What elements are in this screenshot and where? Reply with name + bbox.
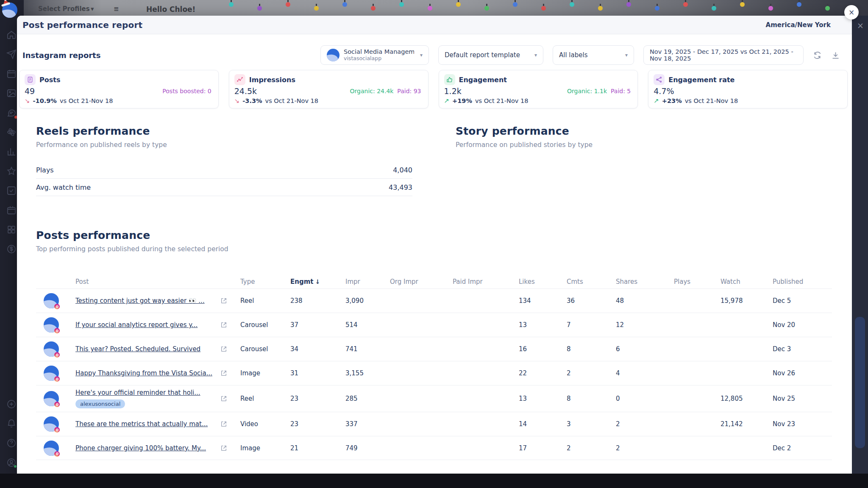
metric-label: Plays xyxy=(36,166,54,174)
light-bulb xyxy=(825,6,830,11)
light-bulb xyxy=(428,6,432,11)
light-bulb xyxy=(598,6,603,11)
cell-likes: 13 xyxy=(519,395,567,402)
stat-card-impressions: Impressions 24.5k Organic: 24.4k Paid: 9… xyxy=(229,70,428,108)
sidebar-item-billing[interactable] xyxy=(6,244,17,254)
table-row: Phone charger giving 100% battery. My...… xyxy=(36,436,832,460)
stat-card-engagement-rate: Engagement rate 4.7% ↗ +23% vs Oct 21-No… xyxy=(648,70,848,108)
sidebar-item-connect[interactable] xyxy=(6,127,17,137)
stat-delta-suffix: vs Oct 21-Nov 18 xyxy=(475,97,528,104)
sidebar-item-brand[interactable] xyxy=(6,205,17,215)
col-engmt-sort[interactable]: Engmt↓ xyxy=(290,278,345,286)
scrollbar-thumb[interactable] xyxy=(855,317,865,448)
sidebar-item-inbox[interactable] xyxy=(6,108,17,118)
cell-cmts: 2 xyxy=(567,444,616,452)
modal-close-button[interactable]: × xyxy=(844,5,859,19)
bell-icon xyxy=(6,419,17,429)
cell-published: Nov 20 xyxy=(773,321,832,329)
template-value: Default report template xyxy=(445,51,520,59)
sidebar-item-notifications[interactable] xyxy=(6,419,17,429)
light-bulb xyxy=(257,6,262,11)
external-link-icon[interactable] xyxy=(220,346,227,352)
metric-label: Avg. watch time xyxy=(36,183,91,191)
sidebar-item-profile[interactable] xyxy=(6,458,17,468)
post-title-link[interactable]: Happy Thanksgiving from the Vista Socia.… xyxy=(75,369,216,377)
cell-type: Image xyxy=(240,444,290,452)
cell-cmts: 7 xyxy=(567,321,616,329)
grid-icon xyxy=(6,225,17,235)
cell-shares: 4 xyxy=(616,369,674,377)
cell-cmts: 2 xyxy=(567,369,616,377)
light-bulb xyxy=(286,2,290,7)
instagram-badge-icon xyxy=(54,451,60,457)
metric-value: 4,040 xyxy=(393,166,412,174)
sidebar-item-calendar[interactable] xyxy=(6,69,17,79)
instagram-badge-icon xyxy=(54,427,60,433)
panel-close-button[interactable]: × xyxy=(857,22,864,30)
post-avatar xyxy=(44,416,59,432)
instagram-reports-title: Instagram reports xyxy=(22,51,100,60)
table-row: Happy Thanksgiving from the Vista Socia.… xyxy=(36,361,832,385)
external-link-icon[interactable] xyxy=(220,421,227,427)
cell-type: Carousel xyxy=(240,321,290,329)
post-title-link[interactable]: These are the metrics that actually mat.… xyxy=(75,420,216,428)
cell-impr: 514 xyxy=(345,321,390,329)
sidebar-item-help[interactable] xyxy=(6,438,17,448)
cell-cmts: 3 xyxy=(567,420,616,428)
report-template-select[interactable]: Default report template ▾ xyxy=(438,45,543,65)
labels-select[interactable]: All labels ▾ xyxy=(553,45,634,65)
cell-shares: 12 xyxy=(616,321,674,329)
sidebar-item-reports[interactable] xyxy=(6,147,17,157)
external-link-icon[interactable] xyxy=(220,322,227,328)
cell-type: Carousel xyxy=(240,345,290,353)
posts-performance-title: Posts performance xyxy=(36,229,852,241)
vista-social-logo[interactable] xyxy=(2,3,17,18)
post-title-link[interactable]: Testing content just got way easier 👀 ..… xyxy=(75,297,216,305)
cell-watch: 12,805 xyxy=(721,395,773,402)
cell-published: Dec 2 xyxy=(773,444,832,452)
post-title-link[interactable]: Here's your official reminder that holi.… xyxy=(75,389,216,396)
light-bulb xyxy=(570,2,574,7)
stat-delta: +19% xyxy=(452,97,472,104)
cell-shares: 6 xyxy=(616,345,674,353)
posts-table: Post Type Engmt↓ Impr Org Impr Paid Impr… xyxy=(36,275,832,460)
sidebar-item-home[interactable] xyxy=(6,30,17,40)
post-title-link[interactable]: This year? Posted. Scheduled. Survived xyxy=(75,345,216,353)
paid-label: Paid: 5 xyxy=(611,88,631,94)
sidebar-item-publish[interactable] xyxy=(6,49,17,59)
organic-label: Organic: 24.4k xyxy=(350,88,394,94)
caret-down-icon: ▾ xyxy=(414,52,423,58)
profile-avatar xyxy=(327,49,339,61)
col-impr: Impr xyxy=(345,278,390,286)
cell-shares: 0 xyxy=(616,395,674,402)
external-link-icon[interactable] xyxy=(220,370,227,377)
sidebar-item-add[interactable] xyxy=(6,399,17,409)
post-avatar xyxy=(44,441,59,456)
instagram-badge-icon xyxy=(54,352,60,358)
story-performance-title: Story performance xyxy=(456,125,593,137)
date-range-button[interactable]: Nov 19, 2025 - Dec 17, 2025 vs Oct 21, 2… xyxy=(643,45,804,65)
cell-impr: 3,155 xyxy=(345,369,390,377)
download-button[interactable] xyxy=(831,51,840,60)
external-link-icon[interactable] xyxy=(220,395,227,402)
sidebar-item-media[interactable] xyxy=(6,88,17,98)
atom-icon xyxy=(6,127,17,137)
refresh-button[interactable] xyxy=(813,51,822,60)
help-circle-icon xyxy=(6,438,17,448)
story-performance-section: Story performance Performance on publish… xyxy=(456,125,593,196)
reels-performance-section: Reels performance Performance on publish… xyxy=(36,125,430,196)
stat-delta: +23% xyxy=(662,97,682,104)
external-link-icon[interactable] xyxy=(220,445,227,452)
post-title-link[interactable]: If your social analytics report gives y.… xyxy=(75,321,216,329)
post-title-link[interactable]: Phone charger giving 100% battery. My... xyxy=(75,444,216,452)
sidebar-item-tasks[interactable] xyxy=(6,186,17,196)
cell-likes: 13 xyxy=(519,321,567,329)
cell-published: Nov 26 xyxy=(773,369,832,377)
sidebar-item-reviews[interactable] xyxy=(6,166,17,176)
plus-circle-icon xyxy=(6,399,17,409)
cell-published: Dec 3 xyxy=(773,345,832,353)
profile-select[interactable]: Social Media Management Toc vistasociala… xyxy=(320,45,429,65)
external-link-icon[interactable] xyxy=(220,297,227,304)
posts-performance-section: Posts performance Top performing posts p… xyxy=(36,229,852,460)
sidebar-item-apps[interactable] xyxy=(6,225,17,235)
